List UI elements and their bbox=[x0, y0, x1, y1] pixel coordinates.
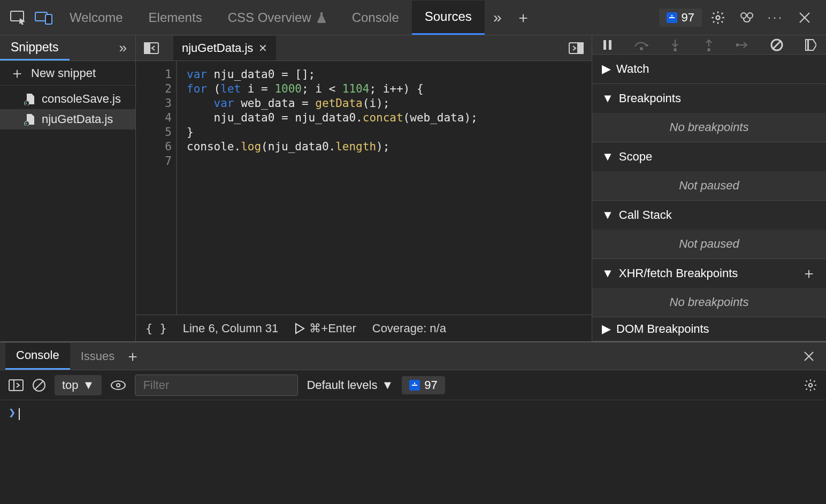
navigator-panel: Snippets » ＋ New snippet consoleSave.js … bbox=[0, 35, 136, 341]
tab-elements[interactable]: Elements bbox=[136, 1, 215, 35]
tab-sources[interactable]: Sources bbox=[412, 1, 485, 35]
experiments-icon[interactable] bbox=[734, 5, 760, 30]
close-drawer-icon[interactable] bbox=[804, 351, 814, 362]
code-text[interactable]: var nju_data0 = []; for (let i = 1000; i… bbox=[177, 61, 478, 315]
add-tab-icon[interactable]: ＋ bbox=[510, 5, 536, 30]
debugger-toolbar bbox=[592, 35, 826, 55]
chevron-down-icon: ▼ bbox=[602, 150, 614, 164]
pretty-print-icon[interactable]: { } bbox=[146, 322, 167, 335]
scope-empty: Not paused bbox=[592, 171, 826, 200]
svg-rect-15 bbox=[578, 43, 583, 54]
navigator-more-icon[interactable]: » bbox=[111, 40, 135, 56]
snippet-file-icon bbox=[24, 93, 36, 105]
editor-tabs: njuGetData.js ✕ bbox=[136, 35, 592, 61]
inspect-element-icon[interactable] bbox=[5, 5, 31, 30]
device-toolbar-icon[interactable] bbox=[31, 5, 57, 30]
code-editor[interactable]: 1 2 3 4 5 6 7 var nju_data0 = []; for (l… bbox=[136, 61, 592, 315]
svg-point-20 bbox=[708, 49, 710, 51]
snippet-item[interactable]: consoleSave.js bbox=[0, 89, 135, 109]
chevron-down-icon: ▼ bbox=[83, 378, 95, 392]
svg-rect-23 bbox=[807, 40, 809, 50]
devtools-top-tabs: Welcome Elements CSS Overview Console So… bbox=[0, 0, 826, 35]
svg-rect-27 bbox=[412, 385, 417, 386]
chevron-right-icon: ▶ bbox=[602, 62, 611, 76]
run-snippet-button[interactable]: ⌘+Enter bbox=[294, 322, 356, 335]
callstack-section-header[interactable]: ▼ Call Stack bbox=[592, 201, 826, 230]
close-devtools-icon[interactable] bbox=[792, 5, 817, 30]
breakpoints-section-header[interactable]: ▼ Breakpoints bbox=[592, 84, 826, 113]
deactivate-breakpoints-icon[interactable] bbox=[769, 39, 785, 51]
svg-rect-3 bbox=[669, 17, 675, 18]
snippet-list: consoleSave.js njuGetData.js bbox=[0, 86, 135, 129]
navigator-tab-snippets[interactable]: Snippets bbox=[0, 36, 70, 60]
editor-panel: njuGetData.js ✕ 1 2 3 4 5 6 7 var nju_da… bbox=[136, 35, 592, 341]
chevron-down-icon: ▼ bbox=[602, 208, 614, 222]
toggle-navigator-icon[interactable] bbox=[140, 37, 163, 59]
close-tab-icon[interactable]: ✕ bbox=[258, 42, 267, 55]
svg-point-7 bbox=[747, 13, 753, 18]
scope-section-header[interactable]: ▼ Scope bbox=[592, 142, 826, 171]
chevron-down-icon: ▼ bbox=[602, 91, 614, 105]
more-options-icon[interactable]: ··· bbox=[763, 5, 789, 30]
cursor-position: Line 6, Column 31 bbox=[183, 322, 279, 335]
new-snippet-button[interactable]: ＋ New snippet bbox=[0, 61, 135, 86]
add-xhr-breakpoint-icon[interactable]: ＋ bbox=[801, 263, 816, 284]
toggle-sidebar-icon[interactable] bbox=[9, 379, 24, 391]
pause-on-exceptions-icon[interactable] bbox=[802, 39, 819, 51]
chevron-right-icon: ▶ bbox=[602, 322, 611, 336]
more-tabs-icon[interactable]: » bbox=[485, 5, 510, 30]
debugger-panel: ▶ Watch ▼ Breakpoints No breakpoints ▼ S… bbox=[592, 35, 826, 341]
chevron-down-icon: ▼ bbox=[381, 378, 393, 392]
watch-section-header[interactable]: ▶ Watch bbox=[592, 55, 826, 83]
svg-rect-17 bbox=[609, 40, 611, 50]
toggle-debugger-icon[interactable] bbox=[565, 37, 587, 59]
sources-main: Snippets » ＋ New snippet consoleSave.js … bbox=[0, 35, 826, 341]
svg-point-19 bbox=[674, 49, 676, 51]
clear-console-icon[interactable] bbox=[32, 378, 46, 392]
play-icon bbox=[294, 323, 305, 334]
console-prompt-icon: ❯ bbox=[9, 406, 16, 419]
editor-tab-active[interactable]: njuGetData.js ✕ bbox=[173, 36, 276, 60]
snippet-item[interactable]: njuGetData.js bbox=[0, 109, 135, 129]
issues-counter[interactable]: 97 bbox=[659, 9, 702, 27]
flask-icon bbox=[317, 12, 326, 23]
tab-welcome[interactable]: Welcome bbox=[57, 1, 136, 35]
console-settings-icon[interactable] bbox=[804, 378, 817, 392]
step-over-icon[interactable] bbox=[633, 39, 649, 51]
callstack-empty: Not paused bbox=[592, 230, 826, 258]
live-expression-icon[interactable] bbox=[110, 380, 126, 391]
svg-rect-24 bbox=[9, 380, 23, 391]
xhr-empty: No breakpoints bbox=[592, 288, 826, 317]
log-levels-selector[interactable]: Default levels ▼ bbox=[307, 378, 393, 392]
drawer-tab-issues[interactable]: Issues bbox=[70, 343, 126, 370]
svg-point-21 bbox=[736, 44, 738, 46]
svg-point-5 bbox=[716, 16, 720, 19]
console-filter-input[interactable] bbox=[135, 375, 298, 396]
pause-icon[interactable] bbox=[600, 39, 616, 51]
tab-css-overview[interactable]: CSS Overview bbox=[215, 1, 339, 35]
dom-breakpoints-section-header[interactable]: ▶ DOM Breakpoints bbox=[592, 317, 826, 341]
drawer-tab-console[interactable]: Console bbox=[5, 343, 70, 370]
step-into-icon[interactable] bbox=[667, 39, 683, 51]
plus-icon: ＋ bbox=[10, 63, 25, 83]
xhr-breakpoints-section-header[interactable]: ▼ XHR/fetch Breakpoints ＋ bbox=[592, 259, 826, 288]
svg-rect-28 bbox=[414, 383, 415, 384]
editor-status-bar: { } Line 6, Column 31 ⌘+Enter Coverage: … bbox=[136, 315, 592, 341]
drawer: Console Issues ＋ top ▼ Default levels ▼ bbox=[0, 341, 826, 504]
breakpoints-empty: No breakpoints bbox=[592, 113, 826, 142]
step-icon[interactable] bbox=[735, 41, 751, 49]
svg-point-18 bbox=[640, 48, 643, 50]
svg-point-26 bbox=[117, 384, 120, 387]
step-out-icon[interactable] bbox=[701, 39, 717, 51]
svg-point-29 bbox=[809, 383, 813, 387]
console-output[interactable]: ❯ bbox=[0, 400, 826, 504]
console-issues-counter[interactable]: 97 bbox=[402, 376, 445, 394]
tab-console[interactable]: Console bbox=[339, 1, 412, 35]
settings-icon[interactable] bbox=[705, 5, 731, 30]
line-gutter[interactable]: 1 2 3 4 5 6 7 bbox=[136, 61, 177, 315]
execution-context-selector[interactable]: top ▼ bbox=[55, 375, 102, 395]
svg-rect-13 bbox=[144, 43, 150, 54]
svg-point-6 bbox=[741, 13, 746, 18]
svg-rect-2 bbox=[45, 14, 52, 24]
drawer-add-tab-icon[interactable]: ＋ bbox=[125, 346, 151, 366]
